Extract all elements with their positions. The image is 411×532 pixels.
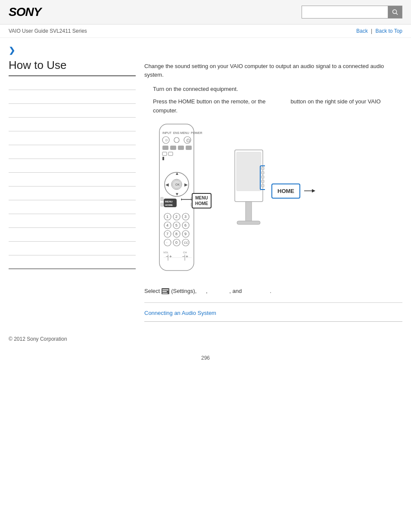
back-to-top-link[interactable]: Back to Top bbox=[376, 28, 402, 34]
svg-text:▼: ▼ bbox=[175, 192, 179, 196]
sidebar-item[interactable] bbox=[9, 187, 136, 200]
svg-marker-79 bbox=[312, 189, 315, 193]
svg-text:POWER: POWER bbox=[191, 131, 202, 134]
svg-text:4: 4 bbox=[166, 223, 168, 227]
nav-separator: | bbox=[371, 28, 372, 34]
menu-home-callout: MENUHOME bbox=[192, 193, 212, 208]
svg-text:7: 7 bbox=[166, 232, 168, 236]
svg-text:5: 5 bbox=[175, 223, 177, 227]
svg-line-1 bbox=[396, 13, 398, 15]
svg-text:⏻: ⏻ bbox=[186, 138, 190, 143]
svg-text:MENU: MENU bbox=[165, 200, 173, 203]
svg-text:▲: ▲ bbox=[175, 171, 179, 176]
svg-text:VOL: VOL bbox=[163, 251, 169, 254]
svg-text:−: − bbox=[182, 254, 185, 259]
search-icon bbox=[392, 9, 398, 15]
svg-marker-67 bbox=[181, 198, 182, 201]
home-button-callout: HOME bbox=[271, 184, 300, 199]
sidebar-item[interactable] bbox=[9, 76, 136, 90]
sidebar-item[interactable] bbox=[9, 104, 136, 118]
page-header: SONY bbox=[0, 0, 411, 25]
sidebar-item[interactable] bbox=[9, 159, 136, 173]
divider-1 bbox=[144, 302, 402, 303]
svg-text:·: · bbox=[166, 240, 168, 245]
vaio-device-area: HOME bbox=[222, 148, 313, 234]
sidebar-item[interactable] bbox=[9, 200, 136, 214]
svg-text:6: 6 bbox=[184, 223, 187, 227]
sony-logo: SONY bbox=[9, 5, 41, 19]
svg-text:+: + bbox=[169, 254, 172, 259]
svg-text:3: 3 bbox=[184, 215, 187, 219]
search-input[interactable] bbox=[302, 6, 388, 19]
sidebar-item[interactable] bbox=[9, 118, 136, 131]
svg-text:9: 9 bbox=[184, 232, 187, 236]
svg-rect-82 bbox=[162, 291, 167, 292]
copyright-text: © 2012 Sony Corporation bbox=[9, 336, 67, 342]
sidebar-nav-list bbox=[9, 76, 136, 269]
arrow-section: ❯ bbox=[0, 38, 411, 59]
svg-text:OK: OK bbox=[175, 183, 180, 186]
sidebar-item[interactable] bbox=[9, 145, 136, 159]
svg-rect-73 bbox=[262, 180, 264, 183]
svg-text:8: 8 bbox=[175, 232, 177, 236]
nav-links: Back | Back to Top bbox=[356, 28, 402, 34]
search-button[interactable] bbox=[388, 6, 402, 19]
svg-text:HOME: HOME bbox=[165, 204, 173, 206]
connecting-audio-link[interactable]: Connecting an Audio System bbox=[144, 310, 402, 316]
callout-arrow bbox=[181, 196, 193, 203]
chevron-right-icon: ❯ bbox=[9, 46, 15, 55]
divider-2 bbox=[144, 321, 402, 322]
main-content: How to Use Change the sound setting on y… bbox=[0, 59, 411, 327]
svg-rect-75 bbox=[246, 202, 252, 223]
sidebar-item[interactable] bbox=[9, 228, 136, 242]
content-area: Change the sound setting on your VAIO co… bbox=[144, 59, 402, 327]
content-intro: Change the sound setting on your VAIO co… bbox=[144, 62, 402, 79]
svg-rect-81 bbox=[162, 289, 168, 290]
back-link[interactable]: Back bbox=[356, 28, 368, 34]
svg-rect-17 bbox=[162, 157, 164, 160]
svg-text:−: − bbox=[166, 254, 168, 259]
svg-rect-71 bbox=[262, 171, 264, 174]
step1-text: Turn on the connected equipment. bbox=[144, 85, 402, 94]
svg-text:⊙: ⊙ bbox=[165, 138, 168, 142]
svg-rect-13 bbox=[178, 146, 184, 150]
svg-text:CH: CH bbox=[183, 251, 187, 254]
svg-rect-14 bbox=[186, 146, 192, 150]
svg-rect-12 bbox=[170, 146, 176, 150]
sidebar-item[interactable] bbox=[9, 173, 136, 187]
sidebar-item-last[interactable] bbox=[9, 255, 136, 269]
search-area bbox=[302, 6, 402, 19]
step2-text: Press the HOME button on the remote, or … bbox=[144, 97, 402, 115]
svg-text:+: + bbox=[186, 254, 188, 259]
device-callout-arrow bbox=[303, 187, 316, 195]
breadcrumb: VAIO User Guide SVL2411 Series bbox=[9, 28, 87, 34]
svg-rect-70 bbox=[262, 167, 264, 170]
svg-rect-30 bbox=[161, 203, 163, 206]
nav-bar: VAIO User Guide SVL2411 Series Back | Ba… bbox=[0, 25, 411, 38]
svg-text:▶: ▶ bbox=[184, 182, 188, 187]
sidebar-item[interactable] bbox=[9, 90, 136, 104]
sidebar-item[interactable] bbox=[9, 131, 136, 145]
footer: © 2012 Sony Corporation bbox=[0, 327, 411, 346]
settings-icon bbox=[162, 288, 169, 294]
remote-control-container: INPUT ENS MENU POWER ⊙ ⏻ bbox=[153, 122, 209, 278]
select-settings-text: Select (Settings), , , and . bbox=[144, 287, 402, 296]
illustration-area: INPUT ENS MENU POWER ⊙ ⏻ bbox=[144, 122, 402, 278]
svg-text:2: 2 bbox=[175, 215, 177, 219]
sidebar-item[interactable] bbox=[9, 242, 136, 255]
sidebar-item[interactable] bbox=[9, 214, 136, 228]
svg-rect-83 bbox=[162, 293, 168, 294]
svg-text:ENS MENU: ENS MENU bbox=[173, 131, 189, 134]
sidebar-title: How to Use bbox=[9, 59, 136, 76]
svg-rect-11 bbox=[162, 146, 168, 150]
svg-text:1: 1 bbox=[166, 215, 168, 219]
svg-rect-74 bbox=[262, 184, 264, 187]
svg-point-0 bbox=[393, 10, 397, 14]
svg-rect-72 bbox=[262, 176, 264, 178]
svg-rect-76 bbox=[237, 221, 260, 224]
page-number: 296 bbox=[0, 346, 411, 365]
svg-text:INPUT: INPUT bbox=[162, 131, 172, 134]
sidebar: How to Use bbox=[9, 59, 136, 327]
svg-text:CC: CC bbox=[184, 241, 188, 244]
svg-text:0: 0 bbox=[175, 240, 177, 245]
